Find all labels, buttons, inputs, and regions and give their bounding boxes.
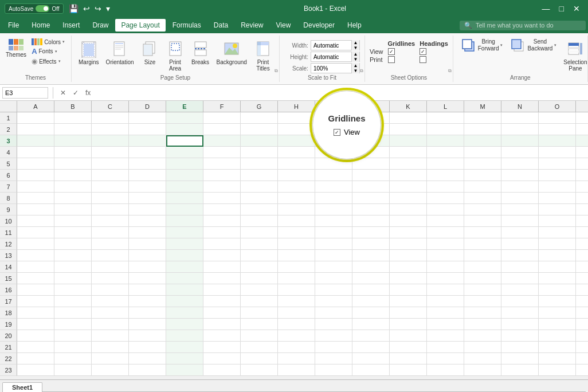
cell-K4[interactable]	[390, 147, 427, 158]
cell-B17[interactable]	[54, 296, 92, 307]
height-spinbox[interactable]: ▲▼	[311, 52, 360, 62]
col-header-C[interactable]: C	[92, 101, 129, 112]
cell-C15[interactable]	[92, 273, 129, 284]
cell-D16[interactable]	[129, 284, 166, 296]
cell-B13[interactable]	[54, 250, 92, 261]
cell-L2[interactable]	[427, 124, 464, 135]
menu-page-layout[interactable]: Page Layout	[115, 19, 165, 32]
cell-L12[interactable]	[427, 238, 464, 250]
cell-H15[interactable]	[278, 273, 315, 284]
cell-M15[interactable]	[464, 273, 501, 284]
menu-home[interactable]: Home	[26, 19, 56, 32]
cell-C6[interactable]	[92, 170, 129, 181]
cell-M6[interactable]	[464, 170, 501, 181]
cell-N22[interactable]	[501, 353, 539, 364]
cell-E1[interactable]	[166, 112, 203, 124]
cell-D8[interactable]	[129, 193, 166, 204]
cell-I11[interactable]	[315, 227, 352, 238]
col-header-F[interactable]: F	[203, 101, 241, 112]
cell-B12[interactable]	[54, 238, 92, 250]
cell-E5[interactable]	[166, 158, 203, 170]
cell-N23[interactable]	[501, 364, 539, 376]
cell-I5[interactable]	[315, 158, 352, 170]
col-header-A[interactable]: A	[17, 101, 54, 112]
cell-L4[interactable]	[427, 147, 464, 158]
cell-N10[interactable]	[501, 215, 539, 227]
cell-O12[interactable]	[539, 238, 576, 250]
cell-M23[interactable]	[464, 364, 501, 376]
cell-L9[interactable]	[427, 204, 464, 215]
cell-J7[interactable]	[352, 181, 390, 193]
cell-N6[interactable]	[501, 170, 539, 181]
cell-E2[interactable]	[166, 124, 203, 135]
cell-A4[interactable]	[17, 147, 54, 158]
cell-B11[interactable]	[54, 227, 92, 238]
cell-D15[interactable]	[129, 273, 166, 284]
cell-L18[interactable]	[427, 307, 464, 319]
cell-F23[interactable]	[203, 364, 241, 376]
cell-P6[interactable]	[576, 170, 588, 181]
cell-I23[interactable]	[315, 364, 352, 376]
cell-D6[interactable]	[129, 170, 166, 181]
send-backward-button[interactable]: Send Backward ▾	[507, 38, 559, 53]
cell-H2[interactable]	[278, 124, 315, 135]
cell-L17[interactable]	[427, 296, 464, 307]
cell-L22[interactable]	[427, 353, 464, 364]
cell-G13[interactable]	[241, 250, 278, 261]
cell-K14[interactable]	[390, 261, 427, 273]
cell-P11[interactable]	[576, 227, 588, 238]
cell-O22[interactable]	[539, 353, 576, 364]
cell-N13[interactable]	[501, 250, 539, 261]
print-titles-button[interactable]: Print Titles	[252, 38, 275, 73]
cell-O4[interactable]	[539, 147, 576, 158]
cell-H3[interactable]	[278, 135, 315, 147]
cell-G21[interactable]	[241, 342, 278, 353]
restore-button[interactable]: □	[556, 3, 567, 14]
cell-I22[interactable]	[315, 353, 352, 364]
cell-A13[interactable]	[17, 250, 54, 261]
cell-M7[interactable]	[464, 181, 501, 193]
cell-O13[interactable]	[539, 250, 576, 261]
cell-J18[interactable]	[352, 307, 390, 319]
cell-C9[interactable]	[92, 204, 129, 215]
menu-developer[interactable]: Developer	[297, 19, 340, 32]
cell-E15[interactable]	[166, 273, 203, 284]
cell-B6[interactable]	[54, 170, 92, 181]
cell-E4[interactable]	[166, 147, 203, 158]
cell-F17[interactable]	[203, 296, 241, 307]
minimize-button[interactable]: —	[539, 3, 554, 14]
cell-P17[interactable]	[576, 296, 588, 307]
cell-L19[interactable]	[427, 319, 464, 330]
cell-M13[interactable]	[464, 250, 501, 261]
cell-E16[interactable]	[166, 284, 203, 296]
scale-spinbox[interactable]: ▲▼	[311, 63, 360, 73]
cell-I17[interactable]	[315, 296, 352, 307]
cell-O5[interactable]	[539, 158, 576, 170]
bring-forward-button[interactable]: Bring Forward ▾	[458, 38, 505, 53]
fonts-button[interactable]: A Fonts ▾	[30, 46, 66, 56]
menu-insert[interactable]: Insert	[57, 19, 85, 32]
background-button[interactable]: Background	[214, 38, 249, 67]
cell-D13[interactable]	[129, 250, 166, 261]
menu-formulas[interactable]: Formulas	[167, 19, 207, 32]
cell-G20[interactable]	[241, 330, 278, 342]
cell-J6[interactable]	[352, 170, 390, 181]
cell-J16[interactable]	[352, 284, 390, 296]
cell-M4[interactable]	[464, 147, 501, 158]
cell-O8[interactable]	[539, 193, 576, 204]
col-header-E[interactable]: E	[166, 101, 203, 112]
cell-L5[interactable]	[427, 158, 464, 170]
cell-M19[interactable]	[464, 319, 501, 330]
cell-H21[interactable]	[278, 342, 315, 353]
cell-B15[interactable]	[54, 273, 92, 284]
cell-D20[interactable]	[129, 330, 166, 342]
cell-D1[interactable]	[129, 112, 166, 124]
cell-K19[interactable]	[390, 319, 427, 330]
cell-F8[interactable]	[203, 193, 241, 204]
cell-B2[interactable]	[54, 124, 92, 135]
cell-P9[interactable]	[576, 204, 588, 215]
cell-J23[interactable]	[352, 364, 390, 376]
cell-G6[interactable]	[241, 170, 278, 181]
cell-M10[interactable]	[464, 215, 501, 227]
cell-G22[interactable]	[241, 353, 278, 364]
